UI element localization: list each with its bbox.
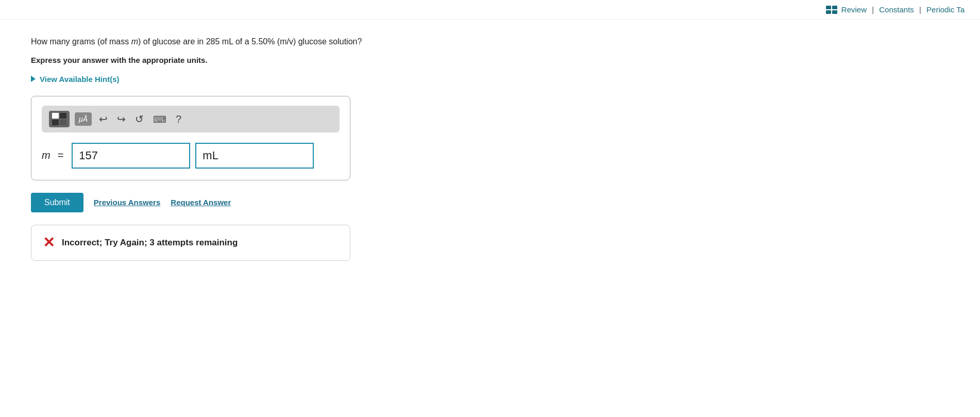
reset-button[interactable]: ↺ — [133, 113, 146, 125]
keyboard-button[interactable]: ⌨ — [151, 113, 168, 125]
svg-rect-1 — [832, 6, 837, 9]
input-row: m = — [42, 143, 340, 169]
help-button[interactable]: ? — [174, 113, 183, 125]
question-text: How many grams (of mass m) of glucose ar… — [31, 35, 536, 48]
previous-answers-button[interactable]: Previous Answers — [94, 198, 161, 207]
svg-rect-2 — [826, 10, 831, 14]
top-bar-links: Review | Constants | Periodic Ta — [841, 5, 965, 14]
undo-button[interactable]: ↩ — [97, 113, 110, 125]
actions-row: Submit Previous Answers Request Answer — [31, 193, 536, 212]
redo-button[interactable]: ↪ — [115, 113, 128, 125]
request-answer-button[interactable]: Request Answer — [171, 198, 231, 207]
review-icon — [826, 6, 837, 14]
result-row: ✕ Incorrect; Try Again; 3 attempts remai… — [43, 236, 339, 250]
mu-button[interactable]: μÅ — [75, 112, 92, 126]
result-text: Incorrect; Try Again; 3 attempts remaini… — [62, 238, 238, 248]
incorrect-icon: ✕ — [43, 236, 55, 250]
mu-label: μÅ — [79, 115, 88, 123]
unit-input[interactable] — [195, 143, 314, 169]
instruction-text: Express your answer with the appropriate… — [31, 56, 536, 64]
toolbar: μÅ ↩ ↪ ↺ ⌨ ? — [42, 106, 340, 132]
hint-label: View Available Hint(s) — [40, 75, 120, 84]
hint-link[interactable]: View Available Hint(s) — [31, 75, 120, 84]
svg-rect-3 — [832, 10, 837, 14]
m-label: m — [42, 149, 50, 161]
svg-rect-0 — [826, 6, 831, 9]
hint-arrow-icon — [31, 76, 36, 82]
answer-box: μÅ ↩ ↪ ↺ ⌨ ? m = — [31, 96, 350, 180]
periodic-link[interactable]: Periodic Ta — [926, 5, 965, 14]
result-box: ✕ Incorrect; Try Again; 3 attempts remai… — [31, 225, 350, 261]
template-button[interactable] — [49, 111, 70, 127]
review-link[interactable]: Review — [841, 5, 867, 14]
top-bar: Review | Constants | Periodic Ta — [0, 0, 980, 20]
template-grid-icon — [52, 113, 66, 125]
submit-button[interactable]: Submit — [31, 193, 83, 212]
keyboard-icon: ⌨ — [153, 115, 166, 124]
constants-link[interactable]: Constants — [879, 5, 914, 14]
value-input[interactable] — [72, 143, 190, 169]
main-content: How many grams (of mass m) of glucose ar… — [0, 20, 567, 276]
equals-sign: = — [58, 149, 64, 161]
